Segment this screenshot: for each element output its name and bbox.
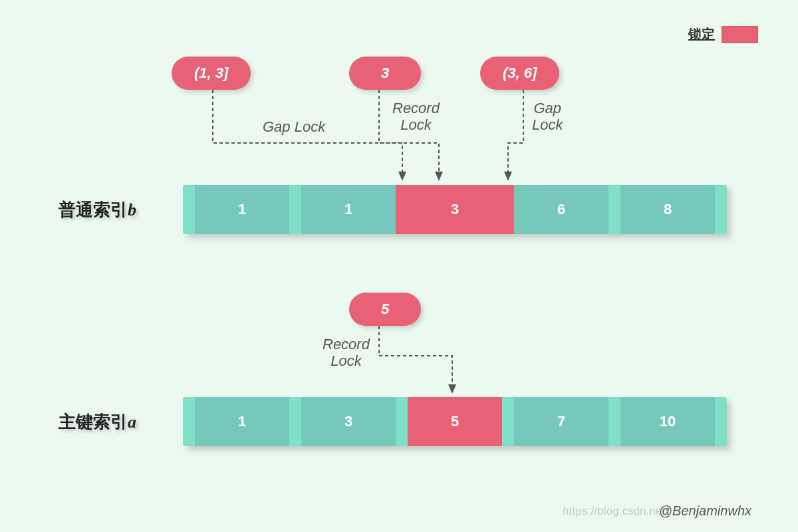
gap-a-3 — [502, 397, 514, 446]
cell-a-1: 3 — [301, 397, 396, 446]
gap-b-2-locked — [396, 185, 408, 234]
gap-a-4 — [608, 397, 620, 446]
gap-b-3-locked — [502, 185, 514, 234]
row-label-a-ident: a — [128, 412, 136, 432]
cell-b-2-locked: 3 — [408, 185, 502, 234]
record-lock-label-1: Record Lock — [392, 100, 440, 134]
gap-b-4 — [608, 185, 620, 234]
cell-a-3: 7 — [514, 397, 608, 446]
gap-a-1 — [289, 397, 301, 446]
record-lock-label-2: Record Lock — [323, 336, 370, 370]
row-label-a-prefix: 主键索引 — [59, 412, 128, 432]
gap-b-5 — [715, 185, 727, 234]
gap-a-0 — [183, 397, 195, 446]
index-bar-b: 1 1 3 6 8 — [183, 185, 727, 234]
pill-range-1-3: (1, 3] — [172, 57, 251, 90]
index-bar-a: 1 3 5 7 10 — [183, 397, 727, 446]
cell-a-0: 1 — [195, 397, 289, 446]
cell-b-3: 6 — [514, 185, 608, 234]
row-label-b-ident: b — [128, 200, 136, 219]
gap-a-2 — [396, 397, 408, 446]
watermark-author: @Benjaminwhx — [659, 503, 751, 519]
row-label-a: 主键索引a — [59, 410, 136, 434]
pill-value-5: 5 — [349, 293, 421, 326]
cell-a-2-locked: 5 — [408, 397, 502, 446]
gap-b-1 — [289, 185, 301, 234]
legend-swatch — [722, 26, 758, 43]
cell-b-1: 1 — [301, 185, 396, 234]
legend: 锁定 — [688, 25, 758, 43]
gap-a-5 — [715, 397, 727, 446]
pill-value-3: 3 — [349, 57, 421, 90]
pill-range-3-6: (3, 6] — [480, 57, 559, 90]
cell-b-4: 8 — [620, 185, 715, 234]
cell-a-4: 10 — [620, 397, 715, 446]
row-label-b: 普通索引b — [59, 198, 136, 221]
gap-lock-label-2: Gap Lock — [532, 100, 563, 134]
legend-label: 锁定 — [688, 25, 715, 43]
gap-lock-label-1: Gap Lock — [263, 118, 325, 135]
row-label-b-prefix: 普通索引 — [59, 200, 128, 219]
cell-b-0: 1 — [195, 185, 289, 234]
gap-b-0 — [183, 185, 195, 234]
